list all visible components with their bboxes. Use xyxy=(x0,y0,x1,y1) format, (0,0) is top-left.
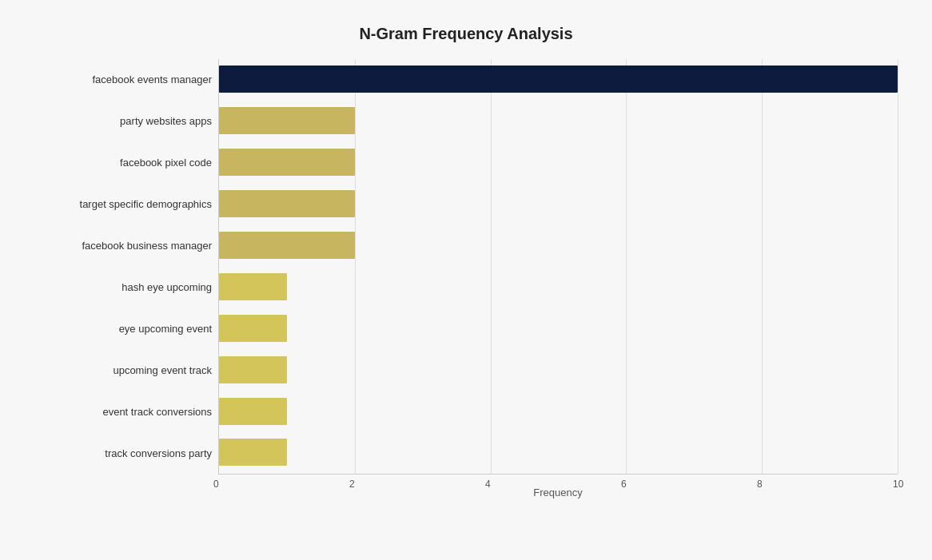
bar-row xyxy=(219,145,898,180)
bar xyxy=(219,232,355,259)
y-labels: facebook events managerparty websites ap… xyxy=(34,59,218,475)
bar-row xyxy=(219,62,898,97)
bar xyxy=(219,190,355,217)
x-tick-label: 0 xyxy=(213,479,219,490)
bar-row xyxy=(219,435,898,470)
bar xyxy=(219,273,287,300)
y-label: upcoming event track xyxy=(34,350,212,391)
bar-row xyxy=(219,228,898,263)
chart-container: N-Gram Frequency Analysis facebook event… xyxy=(10,9,922,552)
bars-section: facebook events managerparty websites ap… xyxy=(34,59,898,475)
y-label: facebook pixel code xyxy=(34,142,212,184)
y-label: hash eye upcoming xyxy=(34,267,212,308)
bar xyxy=(219,439,287,466)
x-tick-label: 2 xyxy=(349,479,355,490)
bars-plot xyxy=(218,59,898,475)
y-label: event track conversions xyxy=(34,391,212,433)
x-tick-label: 10 xyxy=(893,479,903,490)
bar-row xyxy=(219,103,898,138)
bar-row xyxy=(219,394,898,429)
bar xyxy=(219,398,287,425)
bar xyxy=(219,315,287,342)
bar-row xyxy=(219,311,898,346)
bar-row xyxy=(219,352,898,387)
y-label: party websites apps xyxy=(34,101,212,142)
bar xyxy=(219,107,355,134)
chart-title: N-Gram Frequency Analysis xyxy=(34,25,898,43)
grid-line xyxy=(898,59,898,474)
x-tick-label: 6 xyxy=(621,479,627,490)
y-label: track conversions party xyxy=(34,433,212,475)
bar xyxy=(219,356,287,383)
y-label: target specific demographics xyxy=(34,184,212,225)
bar-row xyxy=(219,269,898,304)
x-tick-label: 8 xyxy=(757,479,763,490)
bar xyxy=(219,149,355,176)
x-axis-title: Frequency xyxy=(218,487,898,498)
x-axis-labels: 0246810 xyxy=(218,479,898,483)
bar-row xyxy=(219,186,898,221)
y-label: eye upcoming event xyxy=(34,308,212,350)
x-tick-label: 4 xyxy=(485,479,491,490)
bars-inner xyxy=(219,59,898,474)
y-label: facebook events manager xyxy=(34,59,212,101)
bar xyxy=(219,66,898,93)
y-label: facebook business manager xyxy=(34,225,212,267)
chart-area: facebook events managerparty websites ap… xyxy=(34,59,898,498)
